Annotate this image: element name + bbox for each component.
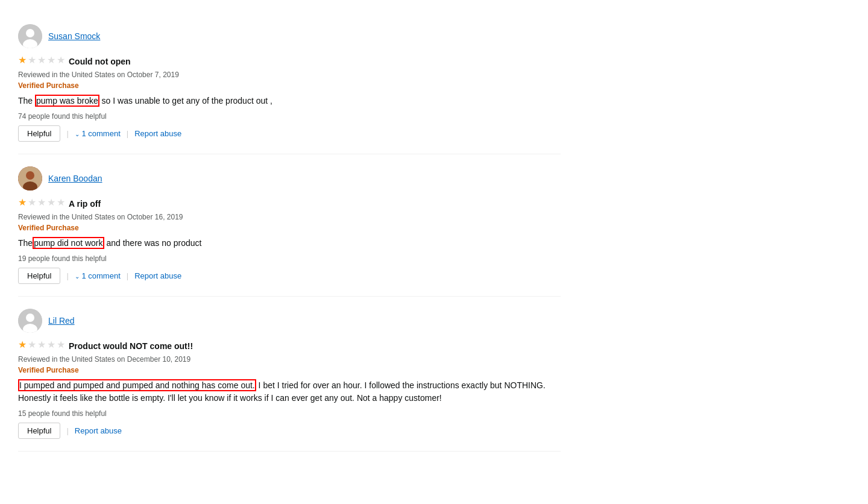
rating-title-row: ★★★★★ Product would NOT come out!! xyxy=(18,339,561,353)
star-icon: ★ xyxy=(18,339,27,350)
review-item-2: Karen Boodan ★★★★★ A rip off Reviewed in… xyxy=(18,154,561,297)
review-item-1: Susan Smock ★★★★★ Could not open Reviewe… xyxy=(18,12,561,154)
rating-title-row: ★★★★★ A rip off xyxy=(18,197,561,210)
review-actions: Helpful | ⌄ 1 comment | Report abuse xyxy=(18,268,561,284)
helpful-button[interactable]: Helpful xyxy=(18,423,60,439)
svg-point-1 xyxy=(26,29,34,37)
star-rating: ★★★★★ xyxy=(18,54,65,66)
star-icon: ★ xyxy=(57,54,65,66)
review-title: Could not open xyxy=(69,57,131,66)
review-title: Product would NOT come out!! xyxy=(69,341,193,351)
reviewer-header: Karen Boodan xyxy=(18,166,561,191)
body-text: The xyxy=(18,238,33,248)
separator: | xyxy=(66,129,68,138)
comment-link[interactable]: ⌄ 1 comment xyxy=(75,271,121,280)
svg-point-7 xyxy=(26,313,34,322)
body-text: The xyxy=(18,96,35,106)
star-icon: ★ xyxy=(37,339,46,350)
reviewer-header: Susan Smock xyxy=(18,24,561,48)
helpful-count: 15 people found this helpful xyxy=(18,409,561,418)
separator: | xyxy=(66,271,68,280)
helpful-count: 19 people found this helpful xyxy=(18,254,561,263)
highlighted-text: I pumped and pumped and pumped and nothi… xyxy=(18,379,256,391)
review-body: I pumped and pumped and pumped and nothi… xyxy=(18,379,561,405)
highlighted-text: pump did not work xyxy=(33,237,104,249)
star-icon: ★ xyxy=(18,54,27,66)
star-rating: ★★★★★ xyxy=(18,197,65,208)
star-icon: ★ xyxy=(47,339,55,350)
separator: | xyxy=(127,271,128,280)
review-body: The pump was broke so I was unable to ge… xyxy=(18,95,561,107)
reviewer-header: Lil Red xyxy=(18,309,561,333)
verified-badge: Verified Purchase xyxy=(18,224,561,232)
review-date: Reviewed in the United States on Decembe… xyxy=(18,355,561,364)
review-title: A rip off xyxy=(69,199,101,209)
review-date: Reviewed in the United States on October… xyxy=(18,71,561,79)
highlighted-text: pump was broke xyxy=(35,95,99,107)
avatar xyxy=(18,166,42,191)
separator: | xyxy=(127,129,128,138)
star-icon: ★ xyxy=(37,197,46,208)
star-icon: ★ xyxy=(28,339,36,350)
chevron-icon: ⌄ xyxy=(75,131,80,137)
review-body: Thepump did not work and there was no pr… xyxy=(18,237,561,250)
rating-title-row: ★★★★★ Could not open xyxy=(18,54,561,68)
svg-point-4 xyxy=(26,171,34,180)
review-actions: Helpful | Report abuse xyxy=(18,423,561,439)
review-actions: Helpful | ⌄ 1 comment | Report abuse xyxy=(18,125,561,142)
review-date: Reviewed in the United States on October… xyxy=(18,213,561,221)
star-icon: ★ xyxy=(47,197,55,208)
star-icon: ★ xyxy=(28,197,36,208)
avatar xyxy=(18,309,42,333)
star-icon: ★ xyxy=(57,197,65,208)
helpful-button[interactable]: Helpful xyxy=(18,125,60,142)
star-rating: ★★★★★ xyxy=(18,339,65,350)
avatar xyxy=(18,24,42,48)
report-abuse-link[interactable]: Report abuse xyxy=(75,426,122,435)
comment-link[interactable]: ⌄ 1 comment xyxy=(75,129,121,138)
review-item-3: Lil Red ★★★★★ Product would NOT come out… xyxy=(18,297,561,452)
separator: | xyxy=(66,426,68,435)
body-text: and there was no product xyxy=(104,238,202,248)
verified-badge: Verified Purchase xyxy=(18,81,561,90)
reviewer-name[interactable]: Karen Boodan xyxy=(48,174,102,183)
report-abuse-link[interactable]: Report abuse xyxy=(134,129,181,138)
verified-badge: Verified Purchase xyxy=(18,366,561,374)
report-abuse-link[interactable]: Report abuse xyxy=(134,271,181,280)
star-icon: ★ xyxy=(37,54,46,66)
star-icon: ★ xyxy=(57,339,65,350)
chevron-icon: ⌄ xyxy=(75,273,80,280)
body-text: so I was unable to get any of the produc… xyxy=(99,96,272,106)
helpful-button[interactable]: Helpful xyxy=(18,268,60,284)
reviewer-name[interactable]: Susan Smock xyxy=(48,31,100,41)
reviewer-name[interactable]: Lil Red xyxy=(48,316,75,326)
star-icon: ★ xyxy=(28,54,36,66)
helpful-count: 74 people found this helpful xyxy=(18,112,561,121)
star-icon: ★ xyxy=(18,197,27,208)
star-icon: ★ xyxy=(47,54,55,66)
